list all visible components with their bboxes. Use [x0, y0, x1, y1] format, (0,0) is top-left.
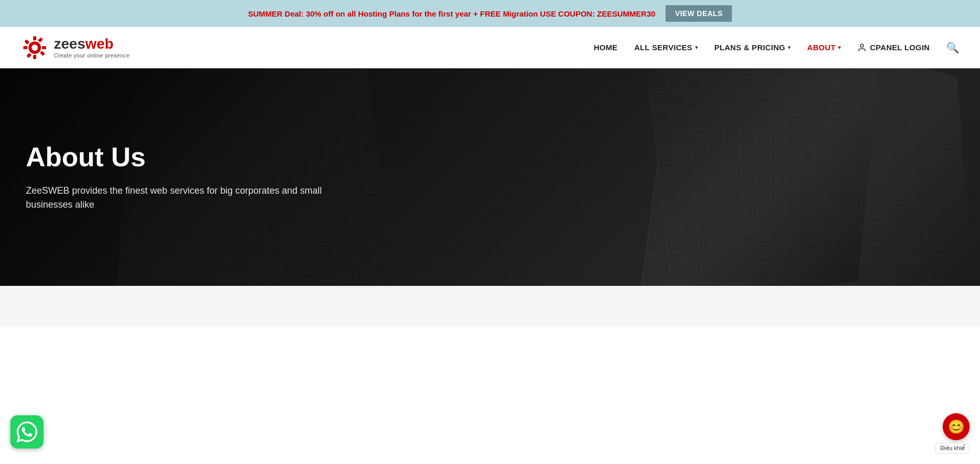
- svg-rect-6: [38, 37, 43, 42]
- user-icon: [857, 43, 867, 52]
- nav-item-all-services[interactable]: ALL SERVICES ▾: [634, 43, 698, 52]
- logo-text: zeesweb Create your online presence: [54, 37, 129, 59]
- nav-item-plans-pricing[interactable]: PLANS & PRICING ▾: [714, 43, 790, 52]
- logo-name: zeesweb: [54, 37, 129, 51]
- hero-title: About Us: [26, 142, 337, 172]
- nav-label-home: HOME: [594, 43, 617, 52]
- svg-rect-9: [24, 39, 30, 45]
- logo-tagline: Create your online presence: [54, 52, 129, 59]
- header: zeesweb Create your online presence HOME…: [0, 27, 980, 68]
- logo-gear-icon: [21, 34, 49, 62]
- nav-label-all-services: ALL SERVICES: [634, 43, 692, 52]
- about-arrow-icon: ▾: [838, 45, 841, 50]
- search-icon: 🔍: [946, 42, 959, 53]
- banner-text: SUMMER Deal: 30% off on all Hosting Plan…: [248, 9, 655, 18]
- hero-content: About Us ZeeSWEB provides the finest web…: [0, 142, 363, 211]
- view-deals-button[interactable]: VIEW DEALS: [666, 5, 732, 22]
- nav-item-about[interactable]: ABOUT ▾: [807, 43, 841, 52]
- svg-point-1: [32, 45, 38, 51]
- hero-subtitle: ZeeSWEB provides the finest web services…: [26, 184, 337, 212]
- nav-label-cpanel: CPANEL LOGIN: [870, 43, 930, 52]
- logo-name-part2: web: [85, 36, 113, 52]
- svg-rect-5: [23, 46, 27, 49]
- hero-section: About Us ZeeSWEB provides the finest web…: [0, 68, 980, 286]
- bottom-area: [0, 286, 980, 327]
- svg-rect-8: [40, 51, 45, 56]
- nav-item-cpanel-login[interactable]: CPANEL LOGIN: [857, 43, 930, 52]
- all-services-arrow-icon: ▾: [695, 45, 698, 50]
- plans-pricing-arrow-icon: ▾: [788, 45, 790, 50]
- svg-rect-7: [26, 53, 32, 58]
- nav-item-home[interactable]: HOME: [594, 43, 617, 52]
- main-nav: HOME ALL SERVICES ▾ PLANS & PRICING ▾ AB…: [594, 41, 959, 54]
- top-banner: SUMMER Deal: 30% off on all Hosting Plan…: [0, 0, 980, 27]
- nav-label-plans-pricing: PLANS & PRICING: [714, 43, 785, 52]
- nav-label-about: ABOUT: [807, 43, 835, 52]
- svg-rect-2: [33, 36, 36, 40]
- logo-name-part1: zees: [54, 36, 85, 52]
- search-button[interactable]: 🔍: [946, 41, 959, 54]
- svg-rect-3: [33, 55, 36, 59]
- svg-rect-4: [42, 46, 46, 49]
- svg-point-10: [860, 44, 863, 47]
- logo[interactable]: zeesweb Create your online presence: [21, 34, 129, 62]
